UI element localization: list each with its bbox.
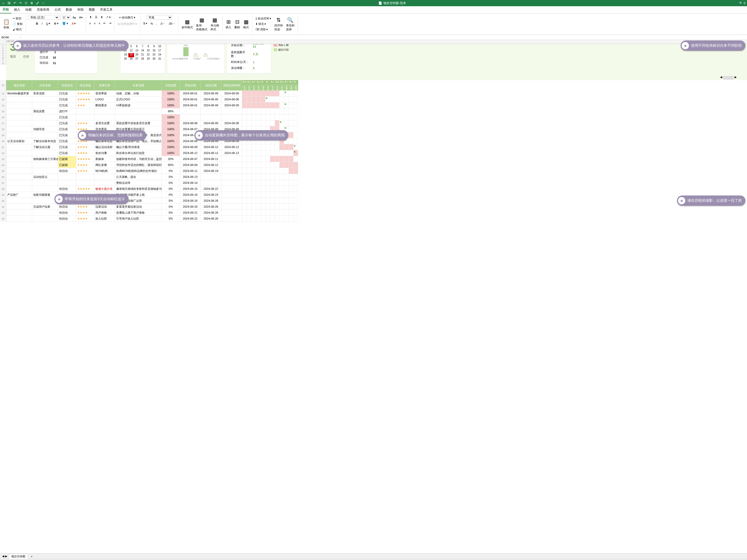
add-sheet-button[interactable]: + [29,555,34,558]
menu-tab-7[interactable]: 视图 [86,6,98,14]
calendar-day[interactable]: 30 [151,57,157,61]
scroll-left-icon[interactable]: ◀ [720,75,722,80]
currency-icon[interactable]: $ ▾ [143,21,148,26]
clear-button[interactable]: ⌫ 清除 ▾ [254,27,272,32]
table-row[interactable]: 已完成100% [6,114,298,120]
table-row[interactable]: 完成用户拉新待启动★★★★拉新活动多渠道开展拉新活动0%2024-08-2020… [6,204,298,210]
number-format-select[interactable]: 常规 [146,15,172,20]
menu-tab-6[interactable]: 审阅 [75,6,86,14]
table-row[interactable]: 借助媒体第三方渠道传播已超期★★★★★新媒体创建和发布内容，与粉丝互动，监控和分… [6,156,298,162]
calendar-day[interactable]: 14 [140,49,146,53]
table-row[interactable]: 活动创意点公关策略，提出0%2024-08-13 [6,174,298,180]
menu-tab-1[interactable]: 插入 [11,6,23,14]
underline-button[interactable]: U ▾ [45,21,51,26]
table-row[interactable]: 已完成★★★断线重连UI界面跟进100%2024-08-012024-08-09… [6,102,298,108]
print-icon[interactable]: 🗎 [30,1,34,5]
calendar-day[interactable]: 21 [140,53,146,57]
menu-tab-5[interactable]: 数据 [63,6,75,14]
comma-icon[interactable]: , [155,21,158,26]
menu-tab-0[interactable]: 开始 [0,6,11,14]
calendar-day[interactable]: 28 [140,57,146,61]
find-button[interactable]: 🔍查找和 选择 [285,16,295,32]
table-row[interactable]: 待启动★★★★MCN机构协调MCN机构和品牌的合作项目0%2024-08-112… [6,168,298,174]
calendar-day[interactable]: 16 [151,49,157,53]
cut-button[interactable]: ✂ 剪切 [12,16,24,21]
paste-button[interactable]: 📋粘贴 [2,18,10,30]
table-row[interactable]: 已完成★★★★★LOGO正式LOGO100%2024-08-012024-08-… [6,97,298,102]
cell-style-button[interactable]: ▦单元格 样式 [209,16,220,32]
table-row[interactable]: 了解活动主题已完成★★★★确认活动流程确认方案/宣传渠道100%2024-08-… [6,144,298,150]
indent-left-icon[interactable]: ⇤ [102,21,107,25]
calendar-day[interactable]: 19 [128,53,134,57]
next-sheet-icon[interactable]: ▶ [5,555,7,558]
table-row[interactable]: 待启动★★★★★敏捷主题沙龙邀请相关领域的专家和意见领袖参与，收集0%2024-… [6,186,298,192]
calendar-day[interactable]: 25 [123,57,128,61]
format-cells-button[interactable]: ▦格式 [242,18,250,30]
align-center-icon[interactable]: ≡ [93,21,97,25]
table-row[interactable]: 待启动★★★★用户体验连通线上线下用户体验0%2024-08-212024-08… [6,210,298,216]
sort-filter-button[interactable]: ⇅排序和 筛选 [273,16,284,32]
menu-tab-3[interactable]: 页面布局 [34,6,52,14]
align-left-icon[interactable]: ≡ [88,21,92,25]
calendar-day[interactable]: 17 [157,49,162,53]
table-row[interactable]: 待启动★★★★加入社群引导用户加入社群0%2024-08-222024-08-2… [6,216,298,222]
cell-reference[interactable]: BO48 [0,36,21,39]
fill-button[interactable]: ⬇ 填充 ▾ [254,22,272,26]
delete-cells-button[interactable]: ⊟删除 [233,18,241,30]
table-row[interactable]: 系统设置进行中88% [6,108,298,114]
calendar-day[interactable]: 24 [157,53,162,57]
calendar-day[interactable]: 12 [128,49,134,53]
calendar-day[interactable]: 23 [151,53,157,57]
table-row[interactable]: 已完成★★★★多语言设置系统设置中添加多语言设置100%2024-08-0820… [6,120,298,126]
font-color-button[interactable]: A ▾ [71,21,77,26]
worksheet[interactable]: ABCDE ★嵌入迷你月历以供参考，让你轻松将日期输入到选定的单元格中 ★使用不… [0,40,747,553]
redo-icon[interactable]: ↷ [19,1,22,5]
calendar-day[interactable]: 9 [151,45,157,49]
menu-tab-2[interactable]: 绘图 [23,6,34,14]
font-size-select[interactable]: 11 [60,15,71,20]
align-bottom-icon[interactable]: ⬇ [100,15,104,20]
align-top-icon[interactable]: ⬆ [88,15,93,20]
sheet-tab-active[interactable]: 项目甘特图 [8,554,28,559]
prev-sheet-icon[interactable]: ◀ [2,555,4,558]
conditional-format-button[interactable]: ▦条件格式 [180,18,194,30]
calendar-day[interactable]: 31 [157,57,162,61]
align-middle-icon[interactable]: ☰ [94,15,99,20]
calendar-day[interactable]: 8 [146,45,151,49]
calendar-day[interactable]: 5 [128,45,134,49]
table-row[interactable]: 待启动★★★★推广运营新功能阶段推广运营0%2024-08-162024-08-… [6,198,298,204]
increase-decimal-icon[interactable]: .0← [159,21,166,26]
search-icon[interactable]: 🔍 S [739,2,745,5]
scroll-right-icon[interactable]: ▶ [735,75,737,80]
home-icon[interactable]: ⌂ [2,1,5,5]
calendar-day[interactable]: 10 [157,45,162,49]
table-row[interactable]: Worktile敏捷开发登录流程已完成★★★★★登录界面动画、定帧、分镜100%… [6,91,298,97]
calendar-day[interactable]: 22 [146,53,151,57]
indent-right-icon[interactable]: ⇥ [108,21,112,25]
decrease-decimal-icon[interactable]: .00→ [167,21,176,26]
bold-button[interactable]: B [35,21,39,26]
undo-icon[interactable]: ↶ [13,1,17,5]
copy-button[interactable]: 📄 复制 [12,22,24,26]
format-painter-button[interactable]: 🖌 格式 [12,27,24,32]
percent-icon[interactable]: % [149,21,154,26]
decrease-font-icon[interactable]: A▾ [78,15,83,20]
italic-button[interactable]: I [41,21,44,26]
merge-button[interactable]: ⊟ 合并后居中 ▾ [117,22,138,26]
increase-font-icon[interactable]: A▴ [72,15,77,20]
calendar-day[interactable]: 26 [128,57,134,61]
autosum-button[interactable]: Σ 自动求和 ▾ [254,16,272,21]
more-icon[interactable]: ⋯ [42,1,45,5]
border-button[interactable]: ⊞ ▾ [53,21,60,26]
table-row[interactable]: 产品推广创新功能探索待启动★★★★功能上线完成创新功能开发上线0%2024-08… [6,192,298,198]
calendar-day[interactable]: 20 [134,53,140,57]
insert-cells-button[interactable]: ⊞插入 [225,18,232,30]
menu-tab-4[interactable]: 公式 [52,6,63,14]
scrollbar[interactable] [723,76,733,80]
save-icon[interactable]: 🖫 [7,1,11,5]
table-row[interactable]: 赞助活动等0%2024-08-14 [6,180,298,186]
table-style-button[interactable]: ▦套用 表格格式 [195,16,208,32]
calendar-day[interactable]: 15 [146,49,151,53]
menu-tab-8[interactable]: 开发工具 [98,6,115,14]
table-row[interactable]: 已完成★★★★初步沟通联合举办单位执行创意100%2024-08-122024-… [6,150,298,156]
